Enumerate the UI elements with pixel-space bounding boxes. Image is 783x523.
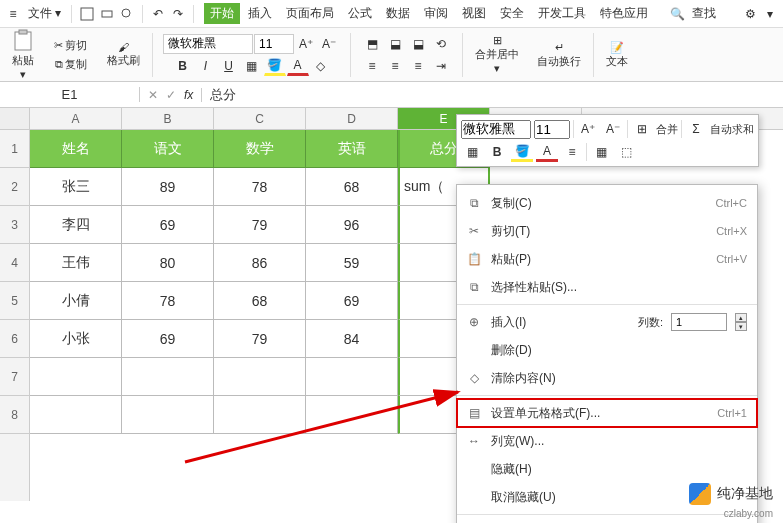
align-center-icon[interactable]: ≡ (384, 56, 406, 76)
ctx-delete[interactable]: 删除(D) (457, 336, 757, 364)
cell[interactable]: 姓名 (30, 130, 122, 168)
tab-start[interactable]: 开始 (204, 3, 240, 24)
search-icon[interactable]: 🔍 (668, 5, 686, 23)
row-header[interactable]: 6 (0, 320, 29, 358)
cell[interactable] (30, 396, 122, 434)
font-color-icon[interactable]: A (287, 56, 309, 76)
cell[interactable] (30, 358, 122, 396)
cols-stepper[interactable]: ▴▾ (735, 313, 747, 331)
mini-sum-icon[interactable]: Σ (685, 119, 707, 139)
mini-align-icon[interactable]: ≡ (561, 142, 583, 162)
cell[interactable]: 数学 (214, 130, 306, 168)
tab-dev[interactable]: 开发工具 (532, 3, 592, 24)
tab-special[interactable]: 特色应用 (594, 3, 654, 24)
cell[interactable] (214, 396, 306, 434)
col-header-d[interactable]: D (306, 108, 398, 129)
col-header-c[interactable]: C (214, 108, 306, 129)
accept-formula-icon[interactable]: ✓ (166, 88, 176, 102)
cell[interactable]: 59 (306, 244, 398, 282)
italic-icon[interactable]: I (195, 56, 217, 76)
orientation-icon[interactable]: ⟲ (430, 34, 452, 54)
tab-review[interactable]: 审阅 (418, 3, 454, 24)
ctx-insert[interactable]: ⊕ 插入(I) 列数: ▴▾ (457, 308, 757, 336)
row-header[interactable]: 7 (0, 358, 29, 396)
paste-button[interactable]: 粘贴 ▾ (6, 27, 40, 83)
row-header[interactable]: 4 (0, 244, 29, 282)
ctx-copy[interactable]: ⧉ 复制(C) Ctrl+C (457, 189, 757, 217)
cell[interactable]: 68 (214, 282, 306, 320)
cell[interactable]: 语文 (122, 130, 214, 168)
merge-center-button[interactable]: ⊞ 合并居中 ▾ (469, 32, 525, 77)
cell[interactable] (306, 396, 398, 434)
mini-font-size[interactable] (534, 120, 570, 139)
row-header[interactable]: 5 (0, 282, 29, 320)
font-name-select[interactable] (163, 34, 253, 54)
cell[interactable]: 69 (306, 282, 398, 320)
tab-view[interactable]: 视图 (456, 3, 492, 24)
tab-layout[interactable]: 页面布局 (280, 3, 340, 24)
select-all-corner[interactable] (0, 108, 29, 130)
ctx-paste[interactable]: 📋 粘贴(P) Ctrl+V (457, 245, 757, 273)
cols-input[interactable] (671, 313, 727, 331)
cell[interactable]: 小倩 (30, 282, 122, 320)
mini-increase-font-icon[interactable]: A⁺ (577, 119, 599, 139)
fill-color-icon[interactable]: 🪣 (264, 56, 286, 76)
cell[interactable]: 69 (122, 206, 214, 244)
formula-input[interactable]: 总分 (202, 86, 783, 104)
cell[interactable]: 96 (306, 206, 398, 244)
row-header[interactable]: 1 (0, 130, 29, 168)
copy-button[interactable]: ⧉复制 (51, 56, 91, 73)
tab-security[interactable]: 安全 (494, 3, 530, 24)
ctx-paste-special[interactable]: ⧉ 选择性粘贴(S)... (457, 273, 757, 301)
name-box[interactable]: E1 (0, 87, 140, 102)
redo-icon[interactable]: ↷ (169, 5, 187, 23)
cell[interactable]: 小张 (30, 320, 122, 358)
align-left-icon[interactable]: ≡ (361, 56, 383, 76)
row-header[interactable]: 8 (0, 396, 29, 434)
cell[interactable] (122, 358, 214, 396)
align-right-icon[interactable]: ≡ (407, 56, 429, 76)
mini-format-icon[interactable]: ⬚ (615, 142, 637, 162)
textbox-button[interactable]: 📝 文本 (600, 39, 634, 71)
cell[interactable] (122, 396, 214, 434)
mini-fill-icon[interactable]: 🪣 (511, 142, 533, 162)
fx-icon[interactable]: fx (184, 88, 193, 102)
border-icon[interactable]: ▦ (241, 56, 263, 76)
cancel-formula-icon[interactable]: ✕ (148, 88, 158, 102)
clear-format-icon[interactable]: ◇ (310, 56, 332, 76)
row-header[interactable]: 3 (0, 206, 29, 244)
preview-icon[interactable] (118, 5, 136, 23)
ctx-hide[interactable]: 隐藏(H) (457, 455, 757, 483)
tab-data[interactable]: 数据 (380, 3, 416, 24)
indent-icon[interactable]: ⇥ (430, 56, 452, 76)
col-header-b[interactable]: B (122, 108, 214, 129)
cell[interactable]: 79 (214, 320, 306, 358)
bold-icon[interactable]: B (172, 56, 194, 76)
increase-font-icon[interactable]: A⁺ (295, 34, 317, 54)
cell[interactable]: 英语 (306, 130, 398, 168)
mini-border-icon[interactable]: ▦ (461, 142, 483, 162)
cell[interactable] (214, 358, 306, 396)
cell[interactable]: 69 (122, 320, 214, 358)
save-icon[interactable] (78, 5, 96, 23)
ctx-format-cells[interactable]: ▤ 设置单元格格式(F)... Ctrl+1 (457, 399, 757, 427)
mini-bold-icon[interactable]: B (486, 142, 508, 162)
cell[interactable]: 78 (214, 168, 306, 206)
align-middle-icon[interactable]: ⬓ (384, 34, 406, 54)
menu-icon[interactable]: ≡ (4, 5, 22, 23)
mini-font-name[interactable] (461, 120, 531, 139)
ctx-clear[interactable]: ◇ 清除内容(N) (457, 364, 757, 392)
settings-icon[interactable]: ⚙ (741, 5, 759, 23)
mini-borders-icon[interactable]: ▦ (590, 142, 612, 162)
align-top-icon[interactable]: ⬒ (361, 34, 383, 54)
align-bottom-icon[interactable]: ⬓ (407, 34, 429, 54)
decrease-font-icon[interactable]: A⁻ (318, 34, 340, 54)
underline-icon[interactable]: U (218, 56, 240, 76)
ctx-cut[interactable]: ✂ 剪切(T) Ctrl+X (457, 217, 757, 245)
undo-icon[interactable]: ↶ (149, 5, 167, 23)
cell[interactable]: 张三 (30, 168, 122, 206)
col-header-a[interactable]: A (30, 108, 122, 129)
file-menu[interactable]: 文件 ▾ (24, 3, 65, 24)
cell[interactable]: 86 (214, 244, 306, 282)
tab-insert[interactable]: 插入 (242, 3, 278, 24)
